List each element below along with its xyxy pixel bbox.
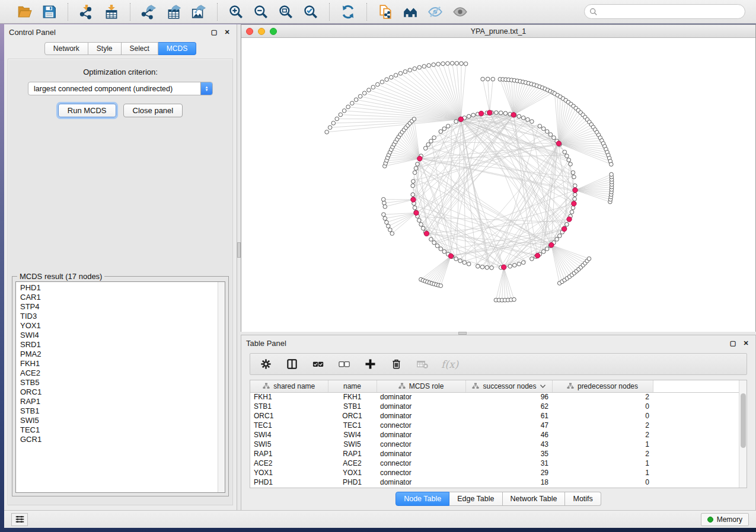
network-node[interactable] [394,73,398,78]
network-node[interactable] [530,120,534,124]
network-node[interactable] [408,68,412,72]
network-node[interactable] [530,257,534,261]
table-cell[interactable]: 0 [552,411,653,421]
network-node[interactable] [476,264,480,268]
apply-layout-button[interactable] [338,2,358,21]
table-cell[interactable]: dominator [377,392,465,402]
table-cell[interactable]: SWI4 [328,430,377,440]
table-cell[interactable]: dominator [377,411,465,421]
network-node[interactable] [423,146,428,150]
table-cell[interactable]: TEC1 [328,421,377,430]
mcds-node[interactable] [556,141,561,146]
network-node[interactable] [426,143,430,147]
network-node[interactable] [390,232,394,236]
network-node[interactable] [570,210,574,214]
network-node[interactable] [541,249,546,254]
network-node[interactable] [485,265,489,270]
table-row[interactable]: SWI4SWI4dominator462 [250,430,739,440]
horizontal-splitter[interactable] [241,332,756,335]
table-cell[interactable]: 2 [552,421,653,430]
network-node[interactable] [376,82,380,86]
mcds-node[interactable] [549,242,554,247]
network-titlebar[interactable]: YPA_prune.txt_1 [241,25,755,38]
unselect-all-columns-button[interactable] [337,357,351,371]
mcds-list-item[interactable]: PHD1 [20,283,218,293]
table-mode-button[interactable] [259,357,273,371]
network-node[interactable] [421,226,425,230]
table-row[interactable]: TEC1TEC1connector472 [250,421,739,430]
network-node[interactable] [371,85,375,89]
zoom-in-button[interactable] [226,2,246,21]
network-node[interactable] [382,213,386,217]
mcds-list-item[interactable]: SWI5 [20,416,218,425]
close-panel-icon[interactable]: ✕ [222,27,232,37]
table-row[interactable]: SWI5SWI5connector431 [250,440,739,449]
network-node[interactable] [432,241,436,245]
network-node[interactable] [427,63,431,68]
network-node[interactable] [442,127,446,131]
network-node[interactable] [385,220,389,225]
network-node[interactable] [450,62,454,66]
export-network-button[interactable] [139,2,159,21]
network-node[interactable] [417,66,422,70]
table-cell[interactable]: STB1 [250,402,328,411]
network-node[interactable] [541,127,546,131]
table-cell[interactable]: ORC1 [250,411,328,421]
hide-selected-button[interactable] [425,2,445,21]
mcds-list-item[interactable]: ORC1 [20,387,218,397]
network-node[interactable] [350,101,355,105]
table-cell[interactable]: SWI5 [328,440,377,449]
mcds-list-item[interactable]: STB1 [20,406,218,416]
network-node[interactable] [382,201,387,205]
network-node[interactable] [569,162,573,166]
network-node[interactable] [460,62,464,66]
table-cell[interactable]: PHD1 [328,477,377,487]
network-node[interactable] [587,257,591,261]
column-header-shared-name[interactable]: shared name [250,380,328,392]
table-cell[interactable]: 31 [465,459,552,468]
network-node[interactable] [526,118,530,122]
mcds-list-item[interactable]: TID3 [20,312,218,321]
export-table-button[interactable] [164,2,184,21]
network-node[interactable] [388,228,393,232]
mcds-list-item[interactable]: SRD1 [20,340,218,350]
tab-mcds[interactable]: MCDS [158,42,196,55]
mcds-list-item[interactable]: PMA2 [20,350,218,359]
network-node[interactable] [538,124,542,129]
import-network-button[interactable] [76,2,97,21]
create-column-button[interactable] [363,357,377,371]
float-panel-icon[interactable]: ▢ [728,338,738,348]
memory-button[interactable]: Memory [701,513,749,526]
table-cell[interactable]: 0 [552,477,653,487]
network-node[interactable] [503,111,508,116]
network-node[interactable] [548,133,553,137]
table-cell[interactable]: connector [377,468,465,477]
table-cell[interactable]: 1 [552,468,653,477]
table-cell[interactable]: 2 [552,430,653,440]
mcds-node[interactable] [417,156,422,161]
tab-node-table[interactable]: Node Table [395,492,449,506]
network-node[interactable] [481,77,485,81]
network-node[interactable] [439,284,443,288]
table-row[interactable]: PHD1PHD1dominator180 [250,477,739,487]
network-node[interactable] [495,111,499,115]
table-cell[interactable]: ACE2 [250,459,328,468]
network-node[interactable] [331,121,336,126]
mcds-node[interactable] [567,217,572,222]
splitter-grip[interactable] [458,332,467,335]
network-node[interactable] [455,62,459,66]
network-node[interactable] [339,113,343,117]
import-table-button[interactable] [101,2,122,21]
network-node[interactable] [458,259,462,263]
network-node[interactable] [383,205,387,209]
network-node[interactable] [390,75,394,79]
network-node[interactable] [571,171,575,175]
network-node[interactable] [429,238,433,242]
save-session-button[interactable] [39,2,59,21]
table-cell[interactable]: dominator [377,430,465,440]
network-node[interactable] [565,223,569,227]
binoculars-button[interactable] [400,2,420,21]
network-node[interactable] [573,193,578,197]
table-cell[interactable]: 2 [552,449,653,459]
clone-network-button[interactable] [375,2,395,21]
